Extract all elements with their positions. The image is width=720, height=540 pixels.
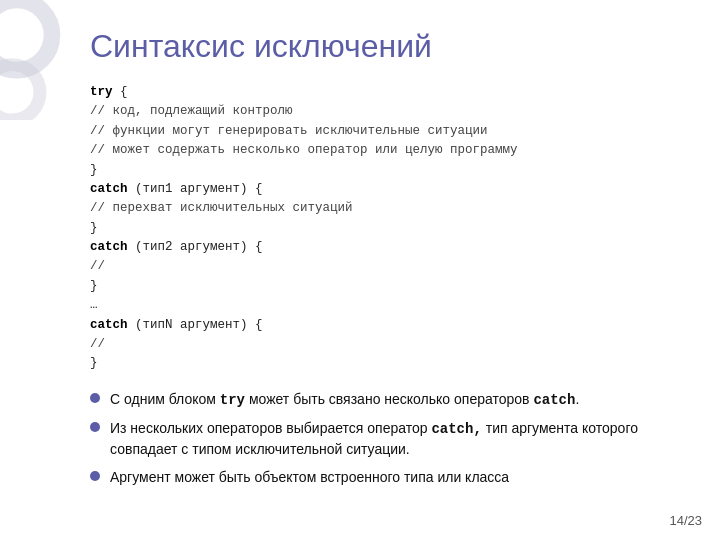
- bullet-text-1: С одним блоком try может быть связано не…: [110, 390, 670, 411]
- bullet-list: С одним блоком try может быть связано не…: [90, 390, 670, 488]
- bullet-item-1: С одним блоком try может быть связано не…: [90, 390, 670, 411]
- bullet-text-2: Из нескольких операторов выбирается опер…: [110, 419, 670, 459]
- slide-number: 14/23: [669, 513, 702, 528]
- bullet-dot-1: [90, 393, 100, 403]
- slide-title: Синтаксис исключений: [90, 28, 670, 65]
- bullet-dot-2: [90, 422, 100, 432]
- bullet-item-2: Из нескольких операторов выбирается опер…: [90, 419, 670, 459]
- bullet-text-3: Аргумент может быть объектом встроенного…: [110, 468, 670, 488]
- code-block: try { // код, подлежащий контролю // фун…: [90, 83, 670, 374]
- bullet-dot-3: [90, 471, 100, 481]
- bullet-item-3: Аргумент может быть объектом встроенного…: [90, 468, 670, 488]
